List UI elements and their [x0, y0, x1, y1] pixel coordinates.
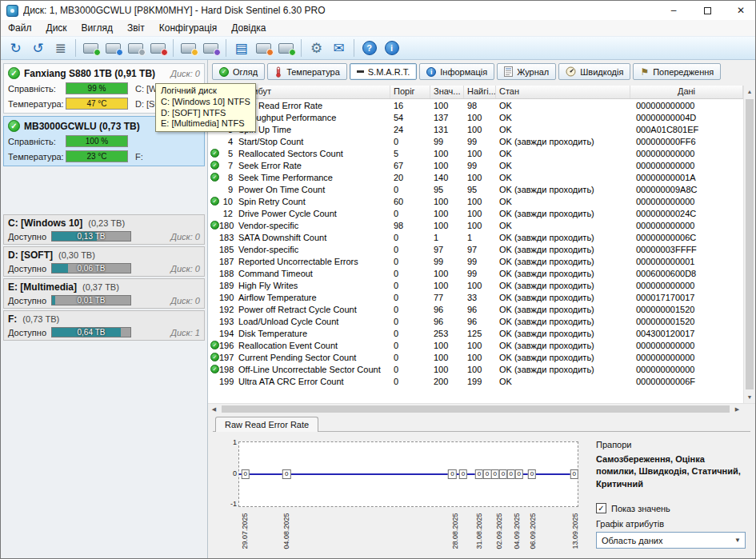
table-row[interactable]: 12Drive Power Cycle Count0100100OK (завж…: [208, 207, 743, 219]
table-row[interactable]: ✓10Spin Retry Count60100100OK00000000000…: [208, 195, 743, 207]
table-row[interactable]: ✓7Seek Error Rate6710099OK000000000000: [208, 159, 743, 171]
attribute-id: 198: [219, 365, 234, 374]
table-row[interactable]: ✓180Vendor-specific98100100OK00000000000…: [208, 219, 743, 231]
menu-item-4[interactable]: Конфігурація: [152, 21, 224, 35]
tab-2[interactable]: S.M.A.R.T.: [350, 63, 418, 80]
partition-item-0[interactable]: C: [Windows 10](0,23 ТВ)Доступно0,13 ТВД…: [3, 214, 205, 245]
column-header-3[interactable]: Знач...: [430, 86, 464, 98]
partition-name: C: [Windows 10]: [8, 218, 82, 229]
show-values-checkbox[interactable]: ✓: [596, 503, 606, 513]
column-header-6[interactable]: Дані: [630, 86, 743, 98]
column-header-4[interactable]: Найгі...: [464, 86, 496, 98]
close-button[interactable]: ✕: [726, 1, 755, 20]
menu-item-3[interactable]: Звіт: [120, 21, 152, 35]
table-row[interactable]: ✓197Current Pending Sector Count0100100O…: [208, 351, 743, 363]
partition-head: D: [SOFT](0,30 ТВ): [8, 250, 200, 261]
cell-id: ✓180: [208, 221, 235, 230]
info-icon[interactable]: i: [381, 38, 402, 58]
tab-0[interactable]: ✓Огляд: [212, 63, 265, 80]
cell-attribute: Drive Power Cycle Count: [235, 209, 390, 218]
table-row[interactable]: 2Throughput Performance54137100OK0000000…: [208, 111, 743, 123]
smart-table-col: АтрибутПорігЗнач...Найгі...СтанДані 1Raw…: [208, 86, 743, 403]
table-row[interactable]: 183SATA Downshift Count011OK (завжди про…: [208, 231, 743, 243]
table-row[interactable]: ✓8Seek Time Performance20140100OK0000000…: [208, 171, 743, 183]
attribute-id: 183: [219, 233, 234, 242]
tab-label: Журнал: [517, 67, 549, 77]
menu-item-5[interactable]: Довідка: [224, 21, 273, 35]
refresh-icon[interactable]: ↻: [5, 38, 26, 58]
vertical-scroll-thumb[interactable]: [744, 98, 755, 391]
disk-benchmark-icon[interactable]: [275, 38, 297, 58]
scroll-right-button[interactable]: ▶: [731, 404, 743, 414]
scrollbar-corner: [743, 404, 755, 414]
horizontal-scrollbar[interactable]: ◀ ▶: [208, 403, 755, 414]
menu-item-1[interactable]: Диск: [39, 21, 74, 35]
flags-value: Самозбереження, Оцінка помилки, Швидкоді…: [596, 453, 746, 490]
toolbar-separator: [173, 39, 174, 57]
table-row[interactable]: 194Disk Temperature0253125OK (завжди про…: [208, 327, 743, 339]
temperature-label: Температура:: [8, 99, 66, 109]
table-row[interactable]: 190Airflow Temperature07733OK (завжди пр…: [208, 291, 743, 303]
disk-stop-icon[interactable]: [147, 38, 169, 58]
table-row[interactable]: ✓5Reallocated Sectors Count5100100OK0000…: [208, 147, 743, 159]
show-values-label: Показ значень: [611, 504, 670, 513]
disk-analyze-icon[interactable]: [200, 38, 222, 58]
tab-4[interactable]: Журнал: [497, 63, 556, 80]
disk-health-icon[interactable]: [80, 38, 102, 58]
vertical-scrollbar[interactable]: ▲ ▼: [743, 86, 755, 403]
rescan-disks-icon[interactable]: ↺: [27, 38, 49, 58]
column-header-2[interactable]: Поріг: [390, 86, 430, 98]
maximize-button[interactable]: [693, 1, 722, 20]
tab-3[interactable]: iІнформація: [419, 63, 494, 80]
partition-item-2[interactable]: E: [Multimedia](0,37 ТВ)Доступно0,01 ТВД…: [3, 278, 205, 309]
scroll-left-button[interactable]: ◀: [208, 404, 220, 414]
table-row[interactable]: 187Reported Uncorrectable Errors09999OK …: [208, 255, 743, 267]
column-header-1[interactable]: Атрибут: [235, 86, 390, 98]
cell-threshold: 16: [390, 101, 430, 110]
tab-6[interactable]: ⚑Попередження: [633, 63, 721, 80]
help-icon[interactable]: ?: [358, 38, 380, 58]
show-values-row[interactable]: ✓ Показ значень: [596, 503, 746, 513]
temperature-meter: 23 °C: [66, 150, 128, 162]
date-label-6: 06.09.2025: [529, 513, 537, 549]
partition-item-1[interactable]: D: [SOFT](0,30 ТВ)Доступно0,06 ТВДиск: 0: [3, 246, 205, 277]
settings-icon[interactable]: ⚙: [306, 38, 327, 58]
column-header-5[interactable]: Стан: [496, 86, 630, 98]
cell-value: 200: [430, 377, 464, 386]
scroll-up-button[interactable]: ▲: [744, 86, 755, 98]
date-label-5: 04.09.2025: [513, 513, 521, 549]
scroll-down-button[interactable]: ▼: [744, 391, 755, 403]
menu-item-0[interactable]: Файл: [1, 21, 39, 35]
disk-question-icon[interactable]: [125, 38, 146, 58]
table-row[interactable]: 192Power off Retract Cycle Count09696OK …: [208, 303, 743, 315]
table-row[interactable]: 188Command Timeout010099OK (завжди прохо…: [208, 267, 743, 279]
value-box-10: 0: [528, 469, 536, 479]
table-row[interactable]: 4Start/Stop Count09999OK (завжди проходи…: [208, 135, 743, 147]
disk-speed-icon[interactable]: [253, 38, 274, 58]
online-report-icon[interactable]: ✉: [328, 38, 350, 58]
table-row[interactable]: 193Load/Unload Cycle Count09696OK (завжд…: [208, 315, 743, 327]
horizontal-scroll-thumb[interactable]: [220, 404, 731, 414]
table-row[interactable]: 3Spin Up Time24131100OK000A01C801EF: [208, 123, 743, 135]
cell-data: 000000000000: [630, 161, 743, 170]
table-row[interactable]: 185Vendor-specific09797OK (завжди проход…: [208, 243, 743, 255]
minimize-button[interactable]: –: [659, 1, 688, 20]
report-icon[interactable]: ≣: [50, 38, 71, 58]
table-row[interactable]: 9Power On Time Count09595OK (завжди прох…: [208, 183, 743, 195]
y-axis-label-1: 0: [226, 469, 237, 477]
tab-5[interactable]: Швидкодія: [558, 63, 630, 80]
table-row[interactable]: 1Raw Read Error Rate1610098OK00000000000…: [208, 99, 743, 111]
cell-attribute: Vendor-specific: [235, 221, 390, 230]
disk-search-icon[interactable]: [178, 38, 199, 58]
surface-test-icon[interactable]: ▤: [230, 38, 252, 58]
menu-item-2[interactable]: Вигляд: [74, 21, 120, 35]
tab-1[interactable]: Температура: [267, 63, 347, 80]
graph-tab-raw-read-error-rate[interactable]: Raw Read Error Rate: [215, 417, 318, 432]
graph-mode-select[interactable]: Область даних ▼: [596, 532, 746, 549]
table-row[interactable]: ✓196Reallocation Event Count0100100OK (з…: [208, 339, 743, 351]
table-row[interactable]: ✓198Off-Line Uncorrectable Sector Count0…: [208, 363, 743, 375]
table-row[interactable]: 189High Fly Writes0100100OK (завжди прох…: [208, 279, 743, 291]
disk-start-test-icon[interactable]: [102, 38, 124, 58]
partition-item-3[interactable]: F:(0,73 ТВ)Доступно0,64 ТВДиск: 1: [3, 310, 205, 341]
table-row[interactable]: 199Ultra ATA CRC Error Count0200199OK000…: [208, 375, 743, 387]
